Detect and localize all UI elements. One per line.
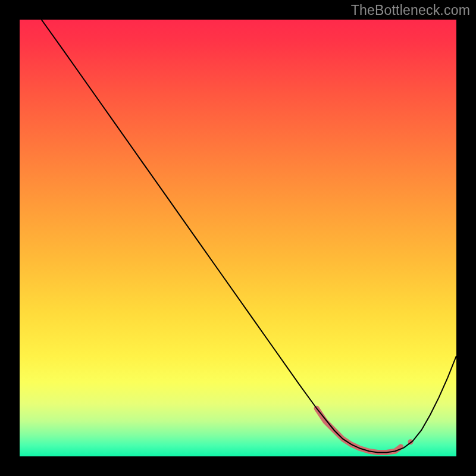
bottom-marker-line bbox=[317, 408, 401, 452]
chart-svg bbox=[20, 20, 456, 456]
watermark-text: TheBottleneck.com bbox=[351, 2, 470, 18]
curve-line bbox=[42, 20, 456, 452]
chart-container: TheBottleneck.com bbox=[0, 0, 476, 476]
